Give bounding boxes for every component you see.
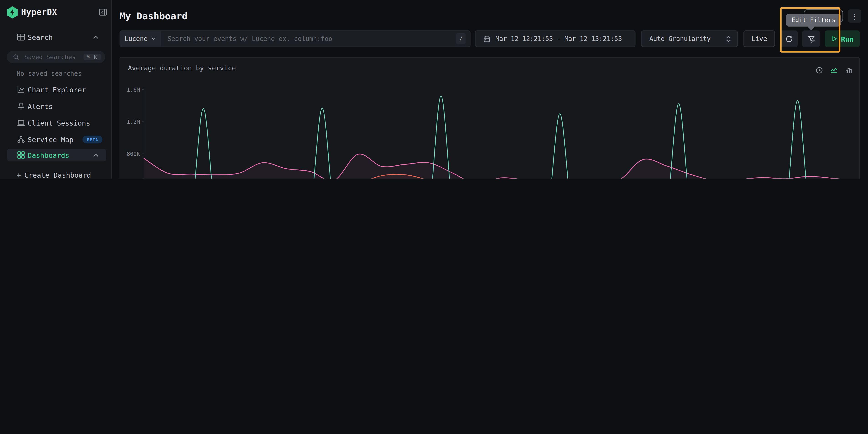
create-dashboard-button[interactable]: + Create Dashboard [0, 169, 111, 178]
svg-text:1.2M: 1.2M [127, 119, 140, 125]
sidebar-item-label: Service Map [28, 135, 73, 144]
hyperdx-logo-icon [7, 6, 18, 19]
grid-icon [17, 151, 26, 160]
chevron-up-down-icon [726, 35, 731, 43]
sidebar-item-service-map[interactable]: Service Map BETA [0, 134, 111, 146]
page-title: My Dashboard [120, 10, 188, 22]
saved-searches-input[interactable]: ⌘ K [7, 51, 105, 63]
hyperdx-app: HyperDX Search ⌘ K [0, 0, 868, 178]
sidebar-item-label: Client Sessions [28, 119, 90, 127]
granularity-select[interactable]: Auto Granularity [641, 31, 738, 47]
calendar-icon [483, 35, 491, 43]
search-input[interactable] [166, 34, 412, 43]
run-label: Run [841, 35, 854, 43]
service-map-icon [17, 135, 26, 144]
run-button[interactable]: Run [825, 31, 860, 47]
tile-average-duration: Average duration by service flagdpayment… [120, 57, 860, 178]
chart-canvas: 0400K800K1.2M1.6MMar 12 12:21:00 PM12:29… [120, 58, 859, 178]
svg-text:800K: 800K [127, 151, 140, 157]
date-range-picker[interactable]: Mar 12 12:21:53 - Mar 12 13:21:53 [475, 31, 636, 47]
create-dashboard-label: Create Dashboard [24, 171, 91, 178]
sidebar-item-alerts[interactable]: Alerts [0, 100, 111, 112]
search-icon [13, 54, 19, 60]
granularity-value: Auto Granularity [649, 31, 711, 46]
sidebar: HyperDX Search ⌘ K [0, 0, 112, 178]
filter-edit-icon [807, 35, 815, 43]
sidebar-item-chart-explorer[interactable]: Chart Explorer [0, 84, 111, 96]
chart-explorer-icon [17, 85, 26, 94]
chevron-up-icon [93, 153, 98, 157]
sidebar-item-dashboards[interactable]: Dashboards [7, 149, 106, 161]
svg-text:1.6M: 1.6M [127, 87, 140, 93]
refresh-icon [785, 35, 793, 43]
live-label: Live [751, 35, 767, 42]
plus-icon: + [17, 171, 21, 178]
chevron-down-icon [151, 37, 156, 40]
sidebar-item-label: Alerts [28, 102, 53, 110]
dashboard-menu-button[interactable]: ⋮ [848, 9, 861, 23]
sidebar-item-label: Search [28, 33, 53, 41]
saved-searches-field[interactable] [23, 53, 79, 61]
sidebar-item-client-sessions[interactable]: Client Sessions [0, 117, 111, 129]
play-icon [831, 35, 838, 42]
beta-badge: BETA [82, 136, 103, 143]
query-language-select[interactable]: Lucene [120, 31, 161, 46]
more-vertical-icon: ⋮ [851, 12, 859, 20]
edit-filters-button[interactable] [802, 31, 820, 47]
chevron-up-icon [93, 35, 98, 39]
sidebar-item-label: Dashboards [28, 151, 69, 159]
edit-filters-tooltip: Edit Filters [786, 14, 841, 27]
slash-kbd-hint: / [456, 33, 465, 44]
collapse-sidebar-icon[interactable] [98, 8, 107, 16]
laptop-icon [17, 119, 26, 127]
kbd-hint: ⌘ K [84, 54, 101, 60]
brand-name: HyperDX [21, 7, 57, 17]
event-search-bar: Lucene / [120, 31, 470, 47]
sidebar-item-search[interactable]: Search [0, 31, 111, 43]
live-button[interactable]: Live [744, 31, 775, 47]
refresh-button[interactable] [780, 31, 798, 47]
date-range-value: Mar 12 12:21:53 - Mar 12 13:21:53 [495, 31, 622, 46]
query-language-label: Lucene [124, 35, 148, 42]
table-icon [17, 33, 26, 42]
bell-icon [17, 102, 26, 111]
no-saved-searches-text: No saved searches [17, 70, 82, 77]
sidebar-item-label: Chart Explorer [28, 86, 86, 94]
